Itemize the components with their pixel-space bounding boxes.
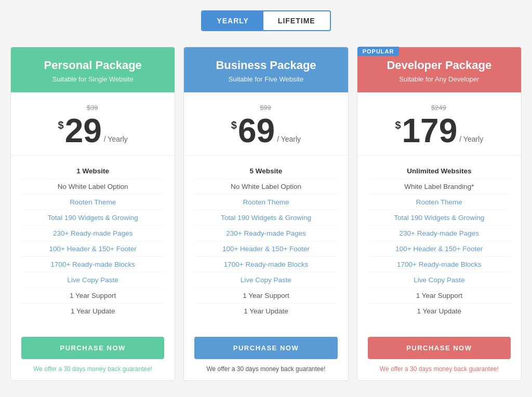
card-header-personal: Personal Package Suitable for Single Web… (11, 47, 175, 92)
card-business: Business Package Suitable for Five Websi… (183, 47, 348, 381)
feature-item-9: 1 Year Update (21, 304, 164, 319)
feature-link-3[interactable]: Total 190 Widgets & Growing (48, 214, 138, 222)
price-number-personal: 29 (65, 114, 102, 147)
card-footer-developer: PURCHASE NOW We offer a 30 days money ba… (357, 326, 521, 380)
popular-badge: POPULAR (357, 47, 400, 56)
feature-link-6[interactable]: 1700+ Ready-made Blocks (50, 261, 135, 268)
feature-text-8: 1 Year Support (70, 292, 116, 299)
feature-link-4[interactable]: 230+ Ready-made Pages (226, 229, 305, 237)
feature-item-7: Live Copy Paste (368, 272, 511, 288)
original-price-business: $99 (260, 104, 271, 112)
feature-item-1: White Label Branding* (368, 179, 511, 195)
price-wrapper-personal: $ 29 / Yearly (16, 114, 169, 147)
card-subtitle-personal: Suitable for Single Website (21, 75, 164, 83)
feature-item-8: 1 Year Support (368, 288, 511, 304)
feature-link-2[interactable]: Rooten Theme (70, 198, 116, 206)
card-title-business: Business Package (194, 59, 337, 72)
feature-item-0: 5 Website (194, 163, 337, 179)
feature-item-3: Total 190 Widgets & Growing (368, 210, 511, 226)
feature-text-1: No White Label Option (58, 183, 128, 190)
features-list-developer: Unlimited WebsitesWhite Label Branding*R… (357, 156, 521, 326)
feature-item-1: No White Label Option (21, 179, 164, 195)
feature-link-6[interactable]: 1700+ Ready-made Blocks (397, 261, 481, 268)
feature-item-4: 230+ Ready-made Pages (368, 226, 511, 241)
feature-item-3: Total 190 Widgets & Growing (194, 210, 337, 226)
feature-item-2: Rooten Theme (21, 195, 164, 210)
feature-item-4: 230+ Ready-made Pages (194, 226, 337, 241)
money-back-personal: We offer a 30 days money back guarantee! (21, 365, 164, 373)
card-personal: Personal Package Suitable for Single Web… (10, 47, 175, 381)
feature-item-5: 100+ Header & 150+ Footer (194, 241, 337, 257)
card-footer-business: PURCHASE NOW We offer a 30 days money ba… (184, 326, 348, 380)
feature-item-7: Live Copy Paste (21, 272, 164, 288)
price-section-personal: $39 $ 29 / Yearly (11, 92, 175, 156)
price-period-business: / Yearly (277, 135, 301, 143)
feature-link-2[interactable]: Rooten Theme (416, 198, 462, 206)
feature-item-4: 230+ Ready-made Pages (21, 226, 164, 241)
price-number-developer: 179 (402, 114, 458, 147)
billing-toggle: YEARLY LIFETIME (201, 10, 330, 31)
card-title-developer: Developer Package (368, 59, 511, 72)
purchase-btn-personal[interactable]: PURCHASE NOW (21, 337, 164, 359)
feature-text-9: 1 Year Update (71, 307, 115, 315)
feature-item-9: 1 Year Update (194, 304, 337, 319)
price-section-business: $99 $ 69 / Yearly (184, 92, 348, 156)
feature-item-6: 1700+ Ready-made Blocks (21, 257, 164, 272)
feature-link-5[interactable]: 100+ Header & 150+ Footer (222, 245, 310, 253)
money-back-developer: We offer a 30 days money back guarantee! (368, 365, 511, 373)
feature-item-9: 1 Year Update (368, 304, 511, 319)
feature-text-1: White Label Branding* (404, 183, 474, 190)
yearly-toggle-btn[interactable]: YEARLY (202, 11, 263, 30)
feature-link-7[interactable]: Live Copy Paste (241, 276, 291, 284)
dollar-sign-business: $ (231, 119, 237, 131)
price-period-personal: / Yearly (104, 135, 128, 143)
feature-item-2: Rooten Theme (368, 195, 511, 210)
purchase-btn-business[interactable]: PURCHASE NOW (194, 337, 337, 359)
feature-link-6[interactable]: 1700+ Ready-made Blocks (224, 261, 308, 268)
feature-text-0: 5 Website (250, 167, 283, 175)
feature-item-0: 1 Website (21, 163, 164, 179)
feature-text-8: 1 Year Support (243, 292, 289, 299)
purchase-btn-developer[interactable]: PURCHASE NOW (368, 337, 511, 359)
card-title-personal: Personal Package (21, 59, 164, 72)
feature-link-4[interactable]: 230+ Ready-made Pages (53, 229, 132, 237)
feature-link-3[interactable]: Total 190 Widgets & Growing (394, 214, 484, 222)
price-number-business: 69 (238, 114, 275, 147)
price-wrapper-developer: $ 179 / Yearly (363, 114, 516, 147)
dollar-sign-developer: $ (395, 119, 401, 131)
pricing-cards: Personal Package Suitable for Single Web… (6, 47, 526, 381)
card-subtitle-developer: Suitable for Any Developer (368, 75, 511, 83)
features-list-personal: 1 WebsiteNo White Label OptionRooten The… (11, 156, 175, 326)
feature-text-0: Unlimited Websites (407, 167, 471, 175)
original-price-personal: $39 (87, 104, 98, 112)
feature-item-5: 100+ Header & 150+ Footer (368, 241, 511, 257)
features-list-business: 5 WebsiteNo White Label OptionRooten The… (184, 156, 348, 326)
card-subtitle-business: Suitable for Five Website (194, 75, 337, 83)
feature-item-3: Total 190 Widgets & Growing (21, 210, 164, 226)
feature-item-2: Rooten Theme (194, 195, 337, 210)
feature-item-8: 1 Year Support (194, 288, 337, 304)
lifetime-toggle-btn[interactable]: LIFETIME (263, 11, 330, 30)
price-wrapper-business: $ 69 / Yearly (189, 114, 342, 147)
feature-text-0: 1 Website (76, 167, 109, 175)
card-footer-personal: PURCHASE NOW We offer a 30 days money ba… (11, 326, 175, 380)
price-section-developer: $249 $ 179 / Yearly (357, 92, 521, 156)
feature-link-7[interactable]: Live Copy Paste (414, 276, 464, 284)
feature-text-8: 1 Year Support (416, 292, 462, 299)
feature-link-5[interactable]: 100+ Header & 150+ Footer (49, 245, 137, 253)
feature-item-6: 1700+ Ready-made Blocks (194, 257, 337, 272)
feature-link-7[interactable]: Live Copy Paste (68, 276, 118, 284)
feature-item-1: No White Label Option (194, 179, 337, 195)
feature-link-2[interactable]: Rooten Theme (243, 198, 289, 206)
feature-link-4[interactable]: 230+ Ready-made Pages (400, 229, 479, 237)
money-back-business: We offer a 30 days money back guarantee! (194, 365, 337, 373)
feature-text-9: 1 Year Update (244, 307, 288, 315)
card-developer: POPULAR Developer Package Suitable for A… (357, 47, 522, 381)
feature-link-3[interactable]: Total 190 Widgets & Growing (221, 214, 311, 222)
feature-text-9: 1 Year Update (417, 307, 462, 315)
original-price-developer: $249 (431, 104, 446, 112)
feature-item-6: 1700+ Ready-made Blocks (368, 257, 511, 272)
feature-item-0: Unlimited Websites (368, 163, 511, 179)
feature-link-5[interactable]: 100+ Header & 150+ Footer (395, 245, 483, 253)
feature-item-8: 1 Year Support (21, 288, 164, 304)
